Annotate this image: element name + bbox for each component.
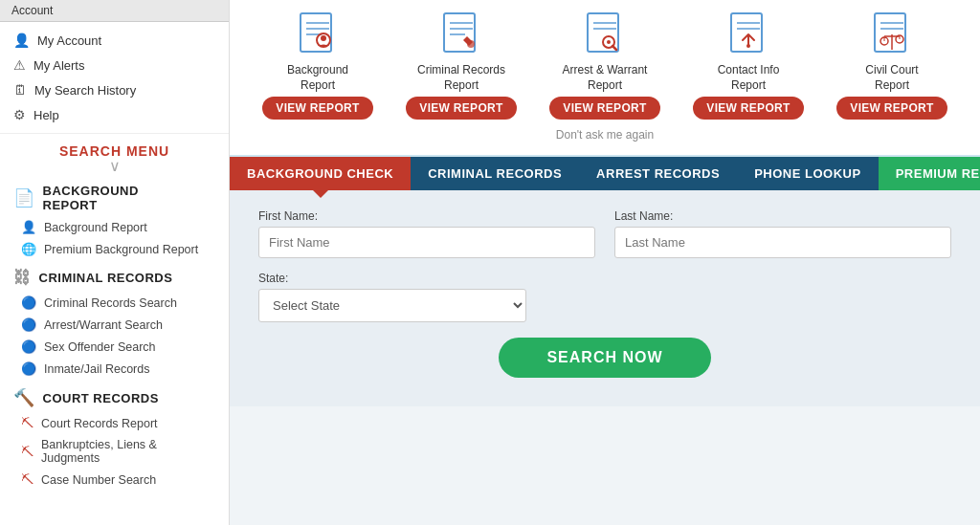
svg-rect-21: [875, 13, 905, 52]
criminal-records-search-link[interactable]: 🔵 Criminal Records Search: [0, 292, 229, 314]
criminal-records-card: Criminal RecordsReport VIEW REPORT: [394, 10, 528, 120]
bankruptcies-label: Bankruptcies, Liens & Judgments: [41, 438, 215, 465]
contact-info-card-icon: [724, 10, 773, 59]
inmate-jail-label: Inmate/Jail Records: [44, 362, 149, 376]
bankruptcies-link[interactable]: ⛏ Bankruptcies, Liens & Judgments: [0, 434, 229, 469]
first-name-input[interactable]: [258, 227, 595, 258]
sex-offender-search-link[interactable]: 🔵 Sex Offender Search: [0, 336, 229, 358]
my-account-icon: 👤: [13, 33, 30, 48]
search-menu-divider: ∨: [0, 163, 229, 170]
case-number-icon: ⛏: [21, 472, 33, 487]
svg-point-20: [746, 44, 750, 48]
alert-icon: ⚠: [13, 57, 26, 73]
jail-icon: 🔵: [21, 361, 36, 376]
my-alerts-label: My Alerts: [33, 58, 84, 73]
help-label: Help: [33, 108, 59, 122]
state-select[interactable]: Select State Alabama Alaska Arizona Cali…: [258, 289, 526, 322]
criminal-records-card-icon: [436, 10, 486, 59]
tab-phone-lookup-label: PHONE LOOKUP: [754, 166, 860, 181]
globe-icon: 🌐: [21, 242, 36, 256]
criminal-records-card-title: Criminal RecordsReport: [417, 63, 505, 93]
search-tabs: BACKGROUND CHECK CRIMINAL RECORDS ARREST…: [230, 157, 980, 190]
contact-info-view-btn[interactable]: VIEW REPORT: [693, 97, 803, 120]
arrest-warrant-card-title: Arrest & WarrantReport: [563, 63, 648, 93]
sidebar-background-report-link[interactable]: 👤 Background Report: [0, 216, 229, 238]
arrest-warrant-view-btn[interactable]: VIEW REPORT: [549, 97, 659, 120]
reports-banner: BackgroundReport VIEW REPORT Criminal Re…: [230, 0, 980, 157]
contact-info-card-title: Contact InfoReport: [718, 63, 780, 93]
tab-background-check-label: BACKGROUND CHECK: [247, 166, 393, 181]
last-name-label: Last Name:: [614, 209, 951, 223]
name-row: First Name: Last Name:: [258, 209, 951, 258]
svg-point-10: [467, 40, 475, 48]
sidebar-premium-background-link[interactable]: 🌐 Premium Background Report: [0, 238, 229, 260]
background-report-section-header: 📄 BACKGROUNDREPORT: [0, 176, 229, 216]
civil-court-card: Civil CourtReport VIEW REPORT: [825, 10, 959, 120]
court-report-icon: ⛏: [21, 416, 33, 430]
first-name-group: First Name:: [258, 209, 595, 258]
civil-court-view-btn[interactable]: VIEW REPORT: [836, 97, 947, 120]
court-records-icon: 🔨: [13, 387, 35, 408]
sex-offender-label: Sex Offender Search: [44, 340, 156, 354]
last-name-input[interactable]: [614, 227, 951, 258]
history-icon: 🗓: [13, 82, 27, 98]
search-form-area: First Name: Last Name: State: Select Sta…: [230, 190, 980, 406]
civil-court-card-title: Civil CourtReport: [865, 63, 918, 93]
tab-arrest-records[interactable]: ARREST RECORDS: [579, 157, 737, 190]
svg-point-5: [321, 35, 326, 41]
criminal-records-title: CRIMINAL RECORDS: [39, 271, 173, 285]
court-records-section-header: 🔨 COURT RECORDS: [0, 380, 229, 412]
court-records-report-link[interactable]: ⛏ Court Records Report: [0, 412, 229, 434]
my-account-label: My Account: [37, 33, 101, 48]
tab-background-check[interactable]: BACKGROUND CHECK: [230, 157, 411, 190]
my-alerts-link[interactable]: ⚠ My Alerts: [0, 53, 229, 77]
tab-premium-report-label: PREMIUM REPORT: [896, 166, 980, 181]
background-report-card-title: BackgroundReport: [287, 63, 348, 93]
offender-icon: 🔵: [21, 339, 36, 354]
first-name-label: First Name:: [258, 209, 595, 223]
background-report-title: BACKGROUNDREPORT: [43, 184, 139, 212]
dont-ask-link[interactable]: Don't ask me again: [556, 128, 654, 142]
arrest-warrant-label: Arrest/Warrant Search: [44, 318, 163, 332]
tab-phone-lookup[interactable]: PHONE LOOKUP: [737, 157, 878, 190]
bankruptcies-icon: ⛏: [21, 445, 33, 459]
state-label: State:: [258, 272, 526, 285]
search-history-label: My Search History: [34, 83, 136, 98]
background-report-card-icon: [293, 10, 343, 59]
my-account-link[interactable]: 👤 My Account: [0, 28, 229, 53]
premium-background-label: Premium Background Report: [44, 243, 198, 256]
criminal-records-view-btn[interactable]: VIEW REPORT: [406, 97, 516, 120]
arrest-warrant-search-link[interactable]: 🔵 Arrest/Warrant Search: [0, 314, 229, 336]
background-report-view-btn[interactable]: VIEW REPORT: [262, 97, 372, 120]
criminal-search-icon: 🔵: [21, 295, 36, 310]
background-report-card: BackgroundReport VIEW REPORT: [251, 10, 385, 120]
court-records-report-label: Court Records Report: [41, 417, 158, 430]
help-link[interactable]: ⚙ Help: [0, 102, 229, 127]
criminal-records-section-header: ⛓ CRIMINAL RECORDS: [0, 260, 229, 292]
inmate-jail-link[interactable]: 🔵 Inmate/Jail Records: [0, 358, 229, 380]
svg-line-16: [612, 46, 616, 50]
tab-criminal-records[interactable]: CRIMINAL RECORDS: [411, 157, 579, 190]
reports-row: BackgroundReport VIEW REPORT Criminal Re…: [249, 10, 961, 120]
tab-premium-report[interactable]: PREMIUM REPORT: [879, 157, 980, 190]
civil-court-card-icon: [867, 10, 917, 59]
criminal-records-icon: ⛓: [13, 268, 32, 288]
tab-arrest-records-label: ARREST RECORDS: [596, 166, 720, 181]
case-number-search-link[interactable]: ⛏ Case Number Search: [0, 469, 229, 491]
person-icon: 👤: [21, 220, 36, 234]
account-label: Account: [11, 4, 53, 17]
top-nav: 👤 My Account ⚠ My Alerts 🗓 My Search His…: [0, 22, 229, 134]
help-icon: ⚙: [13, 107, 26, 122]
arrest-warrant-card: Arrest & WarrantReport VIEW REPORT: [538, 10, 672, 120]
state-row: State: Select State Alabama Alaska Arizo…: [258, 272, 951, 322]
tab-criminal-records-label: CRIMINAL RECORDS: [428, 166, 562, 181]
svg-point-15: [607, 40, 611, 44]
account-bar: Account: [0, 0, 229, 22]
contact-info-card: Contact InfoReport VIEW REPORT: [681, 10, 815, 120]
search-history-link[interactable]: 🗓 My Search History: [0, 77, 229, 102]
search-now-button[interactable]: SEARCH NOW: [499, 338, 710, 378]
last-name-group: Last Name:: [614, 209, 951, 258]
background-report-icon: 📄: [13, 187, 35, 208]
arrest-warrant-card-icon: [580, 10, 630, 59]
case-number-label: Case Number Search: [41, 473, 156, 487]
